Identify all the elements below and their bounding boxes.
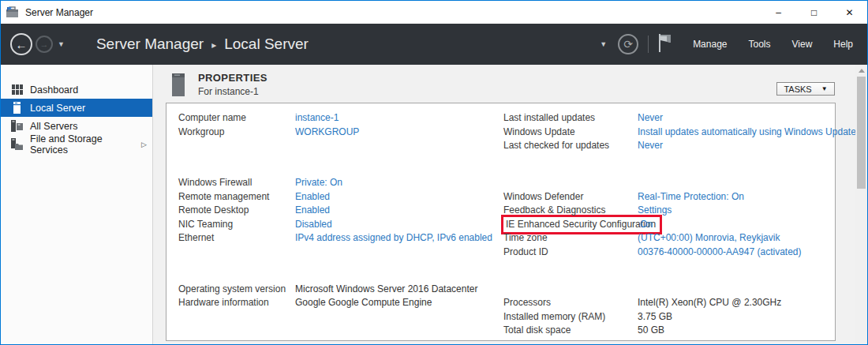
property-value-link[interactable]: Never xyxy=(638,139,663,153)
property-label: Windows Defender xyxy=(503,190,638,204)
property-row: Hardware informationGoogle Google Comput… xyxy=(178,296,492,310)
property-value-link[interactable]: instance-1 xyxy=(295,111,339,126)
property-value-link[interactable]: WORKGROUP xyxy=(295,126,359,140)
expand-chevron-icon[interactable]: ▷ xyxy=(141,141,147,148)
forward-button[interactable]: → xyxy=(36,36,53,53)
sidebar-item-label: File and Storage Services xyxy=(30,133,141,156)
server-manager-window: Server Manager – □ ✕ ← → ▼ Server Manage… xyxy=(0,0,868,345)
property-value: 3.75 GB xyxy=(638,310,672,324)
property-label: NIC Teaming xyxy=(178,218,295,232)
breadcrumb-root[interactable]: Server Manager xyxy=(96,36,204,53)
property-row: WorkgroupWORKGROUP xyxy=(178,126,492,140)
property-value: Intel(R) Xeon(R) CPU @ 2.30GHz xyxy=(638,296,781,310)
property-value: Microsoft Windows Server 2016 Datacenter xyxy=(295,283,477,297)
breadcrumb-current[interactable]: Local Server xyxy=(224,36,309,53)
property-label: Feedback & Diagnostics xyxy=(503,204,638,218)
properties-column-right: Last installed updatesNeverWindows Updat… xyxy=(503,111,856,338)
title-bar: Server Manager – □ ✕ xyxy=(1,1,867,24)
sidebar-item-dashboard[interactable]: Dashboard xyxy=(1,81,152,99)
scroll-up-icon xyxy=(859,69,865,73)
menu-view[interactable]: View xyxy=(792,39,813,50)
tasks-label: TASKS xyxy=(784,84,811,94)
dashboard-tiles-icon xyxy=(11,84,23,96)
property-value-link[interactable]: Install updates automatically using Wind… xyxy=(638,126,856,140)
scrollbar-up-button[interactable] xyxy=(855,65,867,77)
property-value-link[interactable]: On xyxy=(640,218,653,232)
property-label: Operating system version xyxy=(178,283,295,297)
properties-panel: Computer nameinstance-1WorkgroupWORKGROU… xyxy=(166,103,836,341)
sidebar-item-local-server[interactable]: Local Server xyxy=(1,99,152,117)
minimize-button[interactable]: – xyxy=(761,1,796,24)
property-row: Time zone(UTC+00:00) Monrovia, Reykjavik xyxy=(503,231,856,246)
vertical-scrollbar[interactable] xyxy=(855,65,867,344)
property-value-link[interactable]: Settings xyxy=(638,204,672,218)
property-label: Windows Update xyxy=(503,126,638,140)
menu-help[interactable]: Help xyxy=(833,39,853,50)
property-group: Windows FirewallPrivate: OnRemote manage… xyxy=(178,176,492,246)
notifications-flag-icon[interactable] xyxy=(658,34,672,55)
file-storage-services-icon xyxy=(11,138,23,150)
property-label: Product ID xyxy=(503,246,638,260)
scrollbar-thumb[interactable] xyxy=(857,77,866,189)
property-label: Total disk space xyxy=(503,324,638,338)
property-row: Windows UpdateInstall updates automatica… xyxy=(503,126,856,140)
property-label: Windows Firewall xyxy=(178,176,295,190)
properties-title: PROPERTIES xyxy=(198,72,268,84)
property-row: Feedback & DiagnosticsSettings xyxy=(503,204,856,218)
breadcrumb-separator-icon: ▸ xyxy=(211,39,216,51)
refresh-button[interactable]: ⟳ xyxy=(618,34,638,54)
property-label: Processors xyxy=(503,296,638,310)
property-value-link[interactable]: (UTC+00:00) Monrovia, Reykjavik xyxy=(638,231,780,246)
forward-arrow-icon: → xyxy=(40,40,49,49)
property-value-link[interactable]: Disabled xyxy=(295,218,332,232)
tasks-dropdown-button[interactable]: TASKS ▼ xyxy=(776,82,835,96)
property-row: NIC TeamingDisabled xyxy=(178,218,492,232)
property-value-link[interactable]: IPv4 address assigned by DHCP, IPv6 enab… xyxy=(295,231,492,246)
maximize-button[interactable]: □ xyxy=(796,1,832,24)
property-row: Last checked for updatesNever xyxy=(503,139,856,153)
property-label: Time zone xyxy=(503,231,638,246)
property-value-link[interactable]: Enabled xyxy=(295,204,330,218)
server-manager-app-icon xyxy=(6,6,20,18)
property-row: EthernetIPv4 address assigned by DHCP, I… xyxy=(178,231,492,246)
back-button[interactable]: ← xyxy=(10,33,32,55)
history-dropdown-icon[interactable]: ▼ xyxy=(58,40,65,48)
properties-header: PROPERTIES For instance-1 xyxy=(172,72,268,99)
property-row: Last installed updatesNever xyxy=(503,111,856,126)
property-row: Windows FirewallPrivate: On xyxy=(178,176,492,190)
property-row: Computer nameinstance-1 xyxy=(178,111,492,126)
property-value: 50 GB xyxy=(638,324,664,338)
property-row: Windows DefenderReal-Time Protection: On xyxy=(503,190,856,204)
all-servers-icon xyxy=(11,120,23,132)
property-value-link[interactable]: Never xyxy=(638,111,663,126)
property-row: Total disk space50 GB xyxy=(503,324,856,338)
tasks-caret-icon: ▼ xyxy=(821,85,828,92)
menu-manage[interactable]: Manage xyxy=(693,39,727,50)
sidebar-item-label: All Servers xyxy=(30,121,77,132)
breadcrumb: Server Manager ▸ Local Server xyxy=(96,36,309,53)
property-label: Hardware information xyxy=(178,296,295,310)
sidebar-item-label: Local Server xyxy=(30,103,85,114)
navbar-right: ▼ ⟳ Manage Tools View Help xyxy=(600,34,867,55)
property-group: ProcessorsIntel(R) Xeon(R) CPU @ 2.30GHz… xyxy=(503,296,856,338)
sidebar-item-label: Dashboard xyxy=(30,84,78,96)
window-controls: – □ ✕ xyxy=(761,1,867,24)
property-row: Operating system versionMicrosoft Window… xyxy=(178,283,492,297)
sidebar-item-file-storage-services[interactable]: File and Storage Services ▷ xyxy=(1,135,152,153)
property-row: Remote managementEnabled xyxy=(178,190,492,204)
properties-subtitle: For instance-1 xyxy=(198,86,268,97)
refresh-icon: ⟳ xyxy=(623,38,633,51)
menu-tools[interactable]: Tools xyxy=(749,39,771,50)
window-body: Dashboard Local Server xyxy=(1,65,867,344)
property-label: Computer name xyxy=(178,111,295,126)
property-label: IE Enhanced Security Configuration xyxy=(506,218,640,232)
property-value-link[interactable]: Real-Time Protection: On xyxy=(638,190,744,204)
close-button[interactable]: ✕ xyxy=(832,1,867,24)
property-row: ProcessorsIntel(R) Xeon(R) CPU @ 2.30GHz xyxy=(503,296,856,310)
notifications-dropdown-icon[interactable]: ▼ xyxy=(600,40,607,48)
property-value-link[interactable]: Private: On xyxy=(295,176,342,190)
property-group: Windows DefenderReal-Time Protection: On… xyxy=(503,190,856,260)
property-value-link[interactable]: Enabled xyxy=(295,190,330,204)
property-value-link[interactable]: 00376-40000-00000-AA947 (activated) xyxy=(638,246,801,260)
property-row: Remote DesktopEnabled xyxy=(178,204,492,218)
